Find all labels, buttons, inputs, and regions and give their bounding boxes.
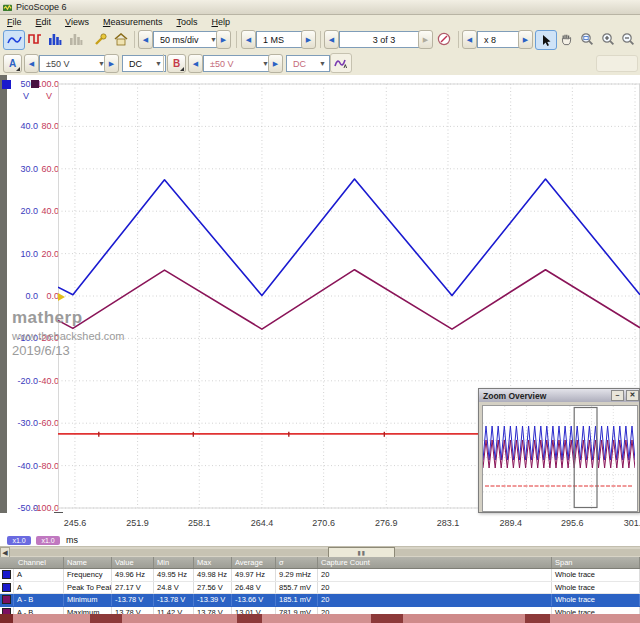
scrollbar-groove[interactable] — [10, 549, 640, 556]
column-header-span[interactable]: Span — [552, 557, 640, 568]
menu-file[interactable]: File — [0, 16, 29, 28]
zoom-out-icon — [621, 32, 635, 46]
cell-capture_count: 20 — [318, 582, 552, 594]
channel-b-range-up-button[interactable]: ▶ — [268, 54, 283, 73]
column-header-max[interactable]: Max — [194, 557, 232, 568]
y-axis-b-tick-label: -20.0 — [0, 333, 59, 343]
main-toolbar: ◀ 50 ms/div ▼ ▶ ◀ 1 MS ▶ ◀ 3 of 3 ▶ ◀ x … — [0, 28, 640, 51]
channel-b-button[interactable]: B — [167, 54, 186, 73]
measurement-row[interactable]: APeak To Peak27.17 V24.8 V27.56 V26.48 V… — [0, 582, 640, 595]
channel-b-coupling-select[interactable]: DC ▼ — [286, 55, 330, 72]
channel-b-range-select[interactable]: ±50 V ▼ — [203, 55, 273, 72]
zoom-factor-next-button[interactable]: ▶ — [518, 30, 533, 49]
zoom-out-tool-button[interactable] — [618, 30, 638, 48]
cell-capture_count: 20 — [318, 594, 552, 606]
buffer-position-field[interactable]: 3 of 3 — [339, 31, 423, 48]
channel-a-button[interactable]: A — [3, 54, 22, 73]
axis-b-marker[interactable] — [31, 80, 39, 88]
channel-b-range-down-button[interactable]: ◀ — [188, 54, 203, 73]
measurement-row[interactable]: A - BMinimum-13.78 V-13.78 V-13.39 V-13.… — [0, 594, 640, 607]
y-axis-b-tick-label: -100.0 — [0, 503, 59, 513]
channel-a-range-value: ±50 V — [46, 59, 69, 69]
menu-help[interactable]: Help — [204, 16, 237, 28]
zoom-box-icon — [580, 32, 594, 46]
column-header-min[interactable]: Min — [154, 557, 194, 568]
column-header-average[interactable]: Average — [232, 557, 276, 568]
y-axis-b-tick-label: 80.0 — [0, 121, 59, 131]
x-axis-tick-label: 295.6 — [550, 518, 594, 528]
samples-next-button[interactable]: ▶ — [301, 30, 316, 49]
x-axis-tick-label: 301.9 — [613, 518, 640, 528]
axis-a-scale-badge[interactable]: x1.0 — [7, 536, 31, 545]
cell-span: Whole trace — [552, 594, 640, 606]
probe-setup-button[interactable] — [90, 30, 110, 48]
x-axis-tick-label: 258.1 — [177, 518, 221, 528]
math-channels-button[interactable] — [330, 53, 352, 73]
y-axis-tick-row: 30.060.0 — [0, 164, 62, 174]
zoom-overview-window[interactable]: Zoom Overview – ✕ — [478, 388, 640, 513]
gray-histogram-icon — [69, 33, 83, 45]
timebase-value: 50 ms/div — [160, 35, 199, 45]
menu-tools[interactable]: Tools — [169, 16, 204, 28]
cell-value: 27.17 V — [112, 582, 154, 594]
channel-a-range-down-button[interactable]: ◀ — [24, 54, 39, 73]
persistence-mode-button[interactable] — [25, 30, 45, 48]
y-axis-tick-row: -50.0-100.0 — [0, 503, 62, 513]
column-header-channel[interactable]: Channel — [0, 557, 64, 568]
column-header-capture-count[interactable]: Capture Count — [318, 557, 552, 568]
timebase-select[interactable]: 50 ms/div ▼ — [153, 31, 221, 48]
y-axis-tick-row: 40.080.0 — [0, 121, 62, 131]
cell-min: -13.78 V — [154, 594, 194, 606]
histogram-icon — [48, 33, 62, 45]
zoom-overview-chart[interactable] — [482, 405, 638, 512]
menu-measurements[interactable]: Measurements — [96, 16, 170, 28]
scope-mode-button[interactable] — [3, 30, 25, 50]
zoom-in-tool-button[interactable] — [598, 30, 618, 48]
channel-color-chip — [2, 595, 11, 604]
trigger-marker-icon[interactable] — [58, 293, 65, 301]
zoom-factor-field[interactable]: x 8 — [477, 31, 523, 48]
spectrum-mode-button[interactable] — [45, 30, 65, 48]
buffer-next-button-disabled: ▶ — [418, 30, 433, 49]
samples-prev-button[interactable]: ◀ — [241, 30, 256, 49]
menu-edit[interactable]: Edit — [29, 16, 59, 28]
column-header-name[interactable]: Name — [64, 557, 112, 568]
cell-name: Minimum — [64, 594, 112, 606]
channel-b-coupling-value: DC — [293, 59, 306, 69]
samples-input[interactable]: 1 MS — [256, 31, 306, 48]
menu-views[interactable]: Views — [58, 16, 96, 28]
home-button[interactable] — [111, 30, 131, 48]
axis-b-scale-badge[interactable]: x1.0 — [36, 536, 60, 545]
persistence-disabled-button — [66, 30, 86, 48]
zoom-factor-prev-button[interactable]: ◀ — [462, 30, 477, 49]
hand-pan-tool-button[interactable] — [556, 30, 576, 48]
y-axis-b-tick-label: 60.0 — [0, 164, 59, 174]
buffer-overview-button[interactable] — [434, 30, 454, 48]
cell-channel: A — [14, 582, 64, 594]
column-header--[interactable]: σ — [276, 557, 318, 568]
channel-a-range-up-button[interactable]: ▶ — [104, 54, 119, 73]
channel-color-chip — [2, 570, 11, 579]
cell-max: 27.56 V — [194, 582, 232, 594]
zoom-overview-titlebar[interactable]: Zoom Overview – ✕ — [479, 389, 639, 402]
normal-cursor-tool-button[interactable] — [535, 30, 557, 50]
channel-a-coupling-select[interactable]: DC ▼ — [122, 55, 166, 72]
timebase-prev-button[interactable]: ◀ — [138, 30, 153, 49]
x-axis-tick-label: 270.6 — [302, 518, 346, 528]
y-axis-b-tick-label: -80.0 — [0, 461, 59, 471]
channel-a-range-select[interactable]: ±50 V ▼ — [39, 55, 109, 72]
marquee-zoom-tool-button[interactable] — [577, 30, 597, 48]
buffer-prev-button[interactable]: ◀ — [324, 30, 339, 49]
cell-capture_count: 20 — [318, 569, 552, 581]
column-header-value[interactable]: Value — [112, 557, 154, 568]
close-button[interactable]: ✕ — [626, 390, 639, 401]
measurement-row[interactable]: AFrequency49.96 Hz49.95 Hz49.98 Hz49.97 … — [0, 569, 640, 582]
x-axis-unit: ms — [66, 535, 78, 545]
timebase-next-button[interactable]: ▶ — [216, 30, 231, 49]
buffer-value: 3 of 3 — [373, 35, 396, 45]
cell-channel: A - B — [14, 594, 64, 606]
chevron-down-icon: ▼ — [155, 60, 162, 67]
minimize-button[interactable]: – — [611, 390, 624, 401]
cell-max: -13.39 V — [194, 594, 232, 606]
cell-sigma: 855.7 mV — [276, 582, 318, 594]
